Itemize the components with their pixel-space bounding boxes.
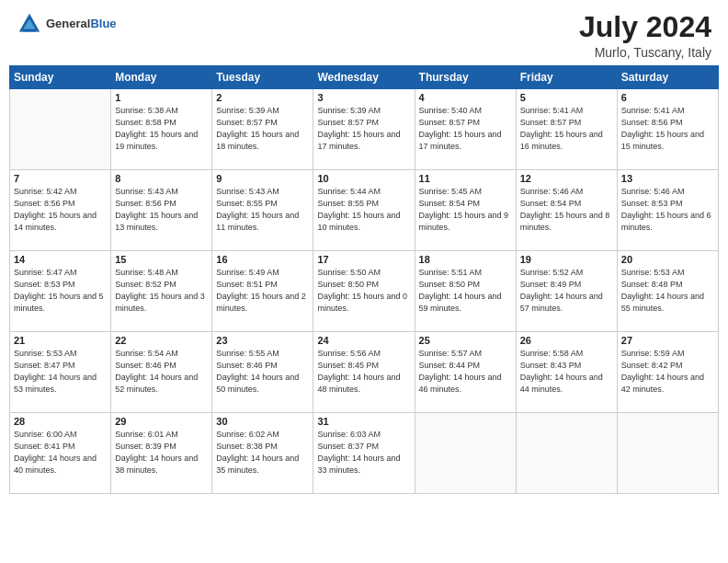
svg-rect-2	[23, 29, 36, 32]
header: GeneralBlue July 2024 Murlo, Tuscany, It…	[0, 0, 728, 65]
day-cell	[10, 89, 111, 170]
day-number: 2	[216, 92, 309, 103]
day-cell: 30Sunrise: 6:02 AMSunset: 8:38 PMDayligh…	[212, 413, 313, 494]
weekday-header-wednesday: Wednesday	[313, 66, 415, 89]
day-info: Sunrise: 5:41 AMSunset: 8:56 PMDaylight:…	[621, 105, 714, 153]
week-row-5: 28Sunrise: 6:00 AMSunset: 8:41 PMDayligh…	[10, 413, 719, 494]
day-info: Sunrise: 5:58 AMSunset: 8:43 PMDaylight:…	[520, 348, 613, 396]
day-number: 6	[621, 92, 714, 103]
day-number: 16	[216, 254, 309, 265]
day-info: Sunrise: 5:53 AMSunset: 8:48 PMDaylight:…	[621, 267, 714, 315]
day-cell: 9Sunrise: 5:43 AMSunset: 8:55 PMDaylight…	[212, 170, 313, 251]
day-info: Sunrise: 5:38 AMSunset: 8:58 PMDaylight:…	[115, 105, 208, 153]
week-row-3: 14Sunrise: 5:47 AMSunset: 8:53 PMDayligh…	[10, 251, 719, 332]
day-cell	[617, 413, 718, 494]
page: GeneralBlue July 2024 Murlo, Tuscany, It…	[0, 0, 728, 563]
day-cell: 13Sunrise: 5:46 AMSunset: 8:53 PMDayligh…	[617, 170, 718, 251]
day-cell: 27Sunrise: 5:59 AMSunset: 8:42 PMDayligh…	[617, 332, 718, 413]
logo-text: GeneralBlue	[46, 17, 117, 31]
day-number: 29	[115, 416, 208, 427]
day-number: 13	[621, 173, 714, 184]
day-info: Sunrise: 5:57 AMSunset: 8:44 PMDaylight:…	[419, 348, 512, 396]
day-number: 1	[115, 92, 208, 103]
day-number: 11	[419, 173, 512, 184]
week-row-4: 21Sunrise: 5:53 AMSunset: 8:47 PMDayligh…	[10, 332, 719, 413]
day-cell: 31Sunrise: 6:03 AMSunset: 8:37 PMDayligh…	[313, 413, 415, 494]
day-info: Sunrise: 5:45 AMSunset: 8:54 PMDaylight:…	[419, 186, 512, 234]
day-info: Sunrise: 5:56 AMSunset: 8:45 PMDaylight:…	[317, 348, 410, 396]
day-info: Sunrise: 5:54 AMSunset: 8:46 PMDaylight:…	[115, 348, 208, 396]
day-cell: 14Sunrise: 5:47 AMSunset: 8:53 PMDayligh…	[10, 251, 111, 332]
day-number: 23	[216, 335, 309, 346]
day-info: Sunrise: 6:01 AMSunset: 8:39 PMDaylight:…	[115, 429, 208, 477]
day-cell: 16Sunrise: 5:49 AMSunset: 8:51 PMDayligh…	[212, 251, 313, 332]
day-info: Sunrise: 5:39 AMSunset: 8:57 PMDaylight:…	[216, 105, 309, 153]
day-cell: 18Sunrise: 5:51 AMSunset: 8:50 PMDayligh…	[415, 251, 516, 332]
day-info: Sunrise: 5:53 AMSunset: 8:47 PMDaylight:…	[14, 348, 107, 396]
day-info: Sunrise: 5:47 AMSunset: 8:53 PMDaylight:…	[14, 267, 107, 315]
day-number: 24	[317, 335, 410, 346]
day-info: Sunrise: 5:50 AMSunset: 8:50 PMDaylight:…	[317, 267, 410, 315]
day-cell: 25Sunrise: 5:57 AMSunset: 8:44 PMDayligh…	[415, 332, 516, 413]
logo: GeneralBlue	[17, 11, 117, 37]
day-number: 17	[317, 254, 410, 265]
day-cell: 26Sunrise: 5:58 AMSunset: 8:43 PMDayligh…	[516, 332, 617, 413]
day-info: Sunrise: 6:02 AMSunset: 8:38 PMDaylight:…	[216, 429, 309, 477]
day-cell: 6Sunrise: 5:41 AMSunset: 8:56 PMDaylight…	[617, 89, 718, 170]
day-info: Sunrise: 5:59 AMSunset: 8:42 PMDaylight:…	[621, 348, 714, 396]
day-number: 26	[520, 335, 613, 346]
day-info: Sunrise: 5:51 AMSunset: 8:50 PMDaylight:…	[419, 267, 512, 315]
weekday-header-saturday: Saturday	[617, 66, 718, 89]
day-cell: 20Sunrise: 5:53 AMSunset: 8:48 PMDayligh…	[617, 251, 718, 332]
day-number: 31	[317, 416, 410, 427]
location-title: Murlo, Tuscany, Italy	[579, 45, 711, 60]
day-number: 25	[419, 335, 512, 346]
day-number: 28	[14, 416, 107, 427]
day-cell: 5Sunrise: 5:41 AMSunset: 8:57 PMDaylight…	[516, 89, 617, 170]
day-number: 14	[14, 254, 107, 265]
day-info: Sunrise: 5:39 AMSunset: 8:57 PMDaylight:…	[317, 105, 410, 153]
day-number: 30	[216, 416, 309, 427]
day-cell: 28Sunrise: 6:00 AMSunset: 8:41 PMDayligh…	[10, 413, 111, 494]
day-number: 15	[115, 254, 208, 265]
month-title: July 2024	[579, 11, 711, 43]
logo-icon	[17, 11, 42, 37]
day-cell: 11Sunrise: 5:45 AMSunset: 8:54 PMDayligh…	[415, 170, 516, 251]
day-number: 20	[621, 254, 714, 265]
day-info: Sunrise: 5:46 AMSunset: 8:54 PMDaylight:…	[520, 186, 613, 234]
day-number: 27	[621, 335, 714, 346]
day-info: Sunrise: 5:46 AMSunset: 8:53 PMDaylight:…	[621, 186, 714, 234]
day-number: 19	[520, 254, 613, 265]
day-cell: 8Sunrise: 5:43 AMSunset: 8:56 PMDaylight…	[111, 170, 212, 251]
weekday-header-sunday: Sunday	[10, 66, 111, 89]
day-number: 18	[419, 254, 512, 265]
day-cell: 24Sunrise: 5:56 AMSunset: 8:45 PMDayligh…	[313, 332, 415, 413]
week-row-2: 7Sunrise: 5:42 AMSunset: 8:56 PMDaylight…	[10, 170, 719, 251]
day-cell: 3Sunrise: 5:39 AMSunset: 8:57 PMDaylight…	[313, 89, 415, 170]
weekday-header-tuesday: Tuesday	[212, 66, 313, 89]
day-number: 7	[14, 173, 107, 184]
day-cell	[415, 413, 516, 494]
day-number: 12	[520, 173, 613, 184]
title-block: July 2024 Murlo, Tuscany, Italy	[579, 11, 711, 60]
day-info: Sunrise: 5:55 AMSunset: 8:46 PMDaylight:…	[216, 348, 309, 396]
day-info: Sunrise: 5:40 AMSunset: 8:57 PMDaylight:…	[419, 105, 512, 153]
day-number: 8	[115, 173, 208, 184]
day-info: Sunrise: 5:42 AMSunset: 8:56 PMDaylight:…	[14, 186, 107, 234]
day-cell: 17Sunrise: 5:50 AMSunset: 8:50 PMDayligh…	[313, 251, 415, 332]
day-cell: 12Sunrise: 5:46 AMSunset: 8:54 PMDayligh…	[516, 170, 617, 251]
day-cell: 21Sunrise: 5:53 AMSunset: 8:47 PMDayligh…	[10, 332, 111, 413]
day-cell: 4Sunrise: 5:40 AMSunset: 8:57 PMDaylight…	[415, 89, 516, 170]
logo-general: General	[46, 17, 90, 30]
day-info: Sunrise: 6:03 AMSunset: 8:37 PMDaylight:…	[317, 429, 410, 477]
day-cell: 15Sunrise: 5:48 AMSunset: 8:52 PMDayligh…	[111, 251, 212, 332]
weekday-header-friday: Friday	[516, 66, 617, 89]
calendar-table: SundayMondayTuesdayWednesdayThursdayFrid…	[9, 65, 719, 494]
weekday-header-row: SundayMondayTuesdayWednesdayThursdayFrid…	[10, 66, 719, 89]
day-info: Sunrise: 5:48 AMSunset: 8:52 PMDaylight:…	[115, 267, 208, 315]
calendar: SundayMondayTuesdayWednesdayThursdayFrid…	[0, 65, 728, 563]
day-number: 22	[115, 335, 208, 346]
day-info: Sunrise: 5:44 AMSunset: 8:55 PMDaylight:…	[317, 186, 410, 234]
day-info: Sunrise: 6:00 AMSunset: 8:41 PMDaylight:…	[14, 429, 107, 477]
day-number: 5	[520, 92, 613, 103]
